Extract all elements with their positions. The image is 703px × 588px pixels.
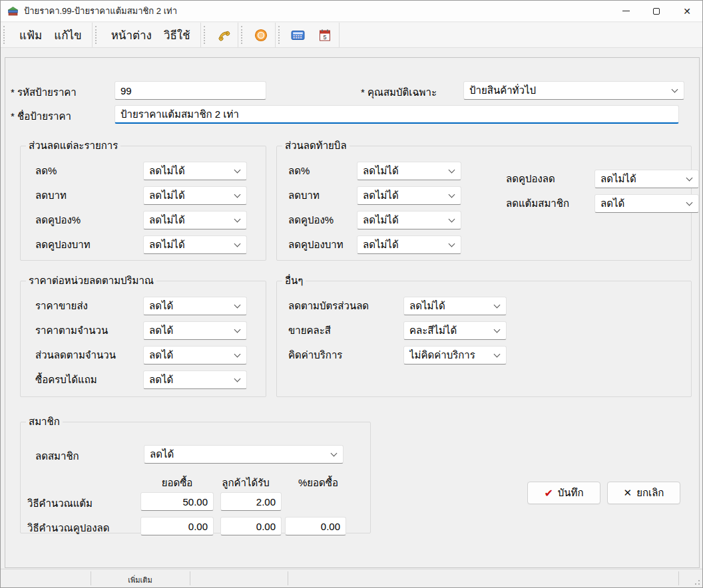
toolbar-grip[interactable] — [95, 26, 99, 44]
maximize-icon — [653, 8, 660, 15]
calendar-icon[interactable]: 5 — [315, 25, 335, 45]
points-calc-label: วิธีคำนวณแต้ม — [27, 496, 93, 512]
coupon-percent-dropdown[interactable]: ลดไม่ได้ — [143, 211, 247, 229]
menu-help[interactable]: วิธีใช้ — [158, 24, 196, 46]
bill-coupon-percent-dropdown[interactable]: ลดไม่ได้ — [357, 211, 461, 229]
special-property-label: * คุณสมบัติเฉพาะ — [361, 84, 437, 100]
save-button[interactable]: ✔ บันทึก — [527, 482, 600, 504]
col-header-customer-gets: ลูกค้าได้รับ — [212, 475, 279, 491]
bill-discount-percent-dropdown[interactable]: ลดไม่ได้ — [357, 162, 461, 180]
row-label: ขายคละสี — [288, 323, 403, 339]
group-unit-price-qty: ราคาต่อหน่วยลดตามปริมาณ ราคาขายส่ง ลดได้… — [20, 273, 266, 397]
points-customer-gets-input[interactable] — [220, 492, 282, 511]
row-label: ซื้อครบได้แถม — [35, 372, 143, 388]
coin-icon[interactable] — [251, 25, 271, 45]
group-member-title: สมาชิก — [26, 414, 63, 430]
statusbar-divider — [288, 571, 288, 585]
toolbar-separator — [238, 23, 238, 47]
toolbar-grip[interactable] — [3, 26, 7, 44]
wholesale-price-dropdown[interactable]: ลดได้ — [143, 297, 247, 315]
cancel-button-label: ยกเลิก — [636, 485, 664, 501]
maximize-button[interactable] — [641, 1, 672, 22]
calculator-icon[interactable] — [288, 25, 308, 45]
group-others: อื่นๆ ลดตามบัตรส่วนลด ลดไม่ได้ ขายคละสี … — [276, 273, 692, 397]
chevron-down-icon — [449, 241, 455, 247]
points-purchase-input[interactable] — [140, 492, 214, 511]
coupon-calc-label: วิธีคำนวณคูปองลด — [27, 520, 109, 536]
menu-file[interactable]: แฟ้ม — [13, 24, 48, 46]
member-discount-dropdown[interactable]: ลดได้ — [144, 445, 344, 464]
toolbar-separator — [275, 23, 276, 47]
coupon-pct-purchase-input[interactable] — [285, 517, 346, 535]
coupon-purchase-input[interactable] — [140, 517, 214, 535]
toolbar-grip[interactable] — [204, 26, 207, 44]
code-input[interactable] — [115, 81, 266, 100]
toolbar: แฟ้ม แก้ไข หน้าต่าง วิธีใช้ — [1, 23, 702, 48]
group-member: สมาชิก ลดสมาชิก ลดได้ ยอดซื้อ ลูกค้าได้ร… — [20, 414, 371, 533]
toolbar-grip[interactable] — [278, 26, 282, 44]
minimize-button[interactable] — [610, 1, 641, 22]
menu-window[interactable]: หน้าต่าง — [105, 24, 158, 46]
special-property-dropdown[interactable]: ป้ายสินค้าทั่วไป — [463, 81, 684, 100]
check-icon: ✔ — [544, 487, 553, 500]
chevron-down-icon — [449, 167, 455, 174]
chevron-down-icon — [234, 192, 241, 198]
group-bill-discount-title: ส่วนลดท้ายบิล — [282, 138, 350, 154]
statusbar-divider — [678, 571, 679, 585]
name-input[interactable] — [115, 105, 679, 124]
chevron-down-icon — [672, 86, 678, 93]
statusbar-divider — [190, 571, 190, 585]
resize-grip[interactable] — [694, 579, 700, 585]
coupon-customer-gets-input[interactable] — [220, 517, 282, 535]
mixed-color-dropdown[interactable]: คละสีไม่ได้ — [403, 321, 507, 340]
chevron-down-icon — [494, 327, 501, 333]
group-unit-price-qty-title: ราคาต่อหน่วยลดตามปริมาณ — [26, 273, 156, 289]
row-label: คิดค่าบริการ — [288, 347, 403, 363]
chevron-down-icon — [449, 216, 455, 223]
price-by-qty-dropdown[interactable]: ลดได้ — [143, 321, 247, 340]
discount-baht-dropdown[interactable]: ลดไม่ได้ — [143, 186, 247, 205]
toolbar-grip[interactable] — [241, 26, 244, 44]
row-label: ลดคูปองลด — [506, 171, 594, 187]
discount-by-qty-dropdown[interactable]: ลดได้ — [143, 346, 247, 365]
window-title: ป้ายราคา.99-ป้ายราคาแต้มสมาชิก 2 เท่า — [24, 4, 177, 18]
form-panel: * รหัสป้ายราคา * คุณสมบัติเฉพาะ ป้ายสินค… — [5, 57, 700, 568]
save-button-label: บันทึก — [558, 485, 584, 501]
statusbar-more: เพิ่มเติม — [91, 574, 190, 586]
menu-edit[interactable]: แก้ไข — [48, 24, 87, 46]
service-charge-dropdown[interactable]: ไม่คิดค่าบริการ — [403, 346, 507, 365]
minimize-icon — [622, 11, 630, 11]
row-label: ลดแต้มสมาชิก — [506, 196, 594, 212]
group-bill-discount: ส่วนลดท้ายบิล ลด% ลดไม่ได้ ลดบาท ลดไม่ได… — [276, 138, 692, 261]
discount-card-dropdown[interactable]: ลดไม่ได้ — [403, 297, 507, 315]
cancel-button[interactable]: ✕ ยกเลิก — [607, 482, 680, 504]
chevron-down-icon — [234, 241, 241, 247]
bill-coupon-baht-dropdown[interactable]: ลดไม่ได้ — [357, 235, 461, 254]
chevron-down-icon — [234, 216, 241, 223]
row-label: ลดคูปอง% — [288, 212, 357, 228]
app-window: ป้ายราคา.99-ป้ายราคาแต้มสมาชิก 2 เท่า ✕ … — [0, 0, 703, 588]
col-header-pct-purchase: %ยอดซื้อ — [285, 475, 352, 491]
code-label: * รหัสป้ายราคา — [11, 84, 77, 100]
row-label: ลดคูปอง% — [35, 212, 143, 228]
close-button[interactable]: ✕ — [672, 1, 702, 22]
bill-discount-baht-dropdown[interactable]: ลดไม่ได้ — [357, 186, 461, 205]
chevron-down-icon — [234, 302, 241, 309]
status-bar: เพิ่มเติม — [1, 569, 702, 587]
row-label: ลดคูปองบาท — [288, 237, 357, 253]
chevron-down-icon — [686, 200, 693, 206]
svg-text:5: 5 — [323, 33, 326, 40]
close-icon: ✕ — [683, 7, 691, 16]
row-label: ลดคูปองบาท — [35, 237, 143, 253]
chevron-down-icon — [331, 450, 338, 457]
coupon-baht-dropdown[interactable]: ลดไม่ได้ — [143, 235, 247, 254]
phone-icon[interactable] — [214, 25, 234, 45]
name-label: * ชื่อป้ายราคา — [11, 108, 71, 124]
chevron-down-icon — [494, 302, 501, 309]
toolbar-separator — [339, 23, 340, 47]
coupon-discount-dropdown[interactable]: ลดไม่ได้ — [594, 170, 699, 188]
buy-get-free-dropdown[interactable]: ลดได้ — [143, 370, 247, 389]
member-points-discount-dropdown[interactable]: ลดได้ — [594, 194, 699, 213]
discount-percent-dropdown[interactable]: ลดไม่ได้ — [143, 162, 247, 180]
row-label: ลดบาท — [288, 188, 357, 204]
